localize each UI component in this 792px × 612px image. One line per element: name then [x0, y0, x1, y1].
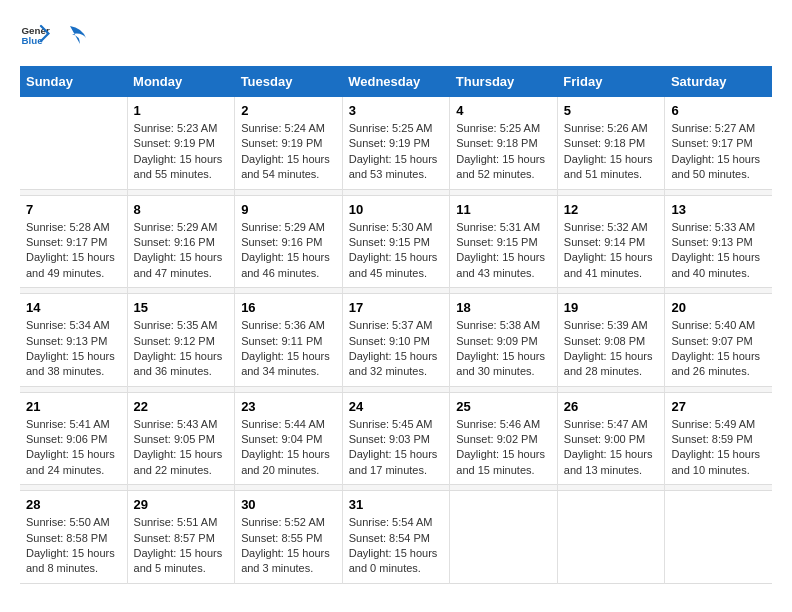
- day-cell: 5Sunrise: 5:26 AMSunset: 9:18 PMDaylight…: [557, 97, 665, 189]
- column-header-saturday: Saturday: [665, 66, 772, 97]
- day-info: Sunrise: 5:25 AMSunset: 9:19 PMDaylight:…: [349, 121, 444, 183]
- logo: General Blue: [20, 20, 92, 50]
- day-cell: 10Sunrise: 5:30 AMSunset: 9:15 PMDayligh…: [342, 195, 450, 288]
- day-info: Sunrise: 5:44 AMSunset: 9:04 PMDaylight:…: [241, 417, 336, 479]
- day-cell: 25Sunrise: 5:46 AMSunset: 9:02 PMDayligh…: [450, 392, 558, 485]
- day-number: 7: [26, 202, 121, 217]
- day-info: Sunrise: 5:54 AMSunset: 8:54 PMDaylight:…: [349, 515, 444, 577]
- week-row-4: 28Sunrise: 5:50 AMSunset: 8:58 PMDayligh…: [20, 491, 772, 584]
- day-info: Sunrise: 5:23 AMSunset: 9:19 PMDaylight:…: [134, 121, 229, 183]
- day-number: 25: [456, 399, 551, 414]
- day-info: Sunrise: 5:28 AMSunset: 9:17 PMDaylight:…: [26, 220, 121, 282]
- day-info: Sunrise: 5:37 AMSunset: 9:10 PMDaylight:…: [349, 318, 444, 380]
- day-number: 16: [241, 300, 336, 315]
- day-cell: 1Sunrise: 5:23 AMSunset: 9:19 PMDaylight…: [127, 97, 235, 189]
- day-cell: 31Sunrise: 5:54 AMSunset: 8:54 PMDayligh…: [342, 491, 450, 584]
- day-number: 31: [349, 497, 444, 512]
- column-header-wednesday: Wednesday: [342, 66, 450, 97]
- day-cell: [20, 97, 127, 189]
- day-number: 24: [349, 399, 444, 414]
- day-number: 2: [241, 103, 336, 118]
- day-number: 27: [671, 399, 766, 414]
- day-info: Sunrise: 5:26 AMSunset: 9:18 PMDaylight:…: [564, 121, 659, 183]
- day-info: Sunrise: 5:45 AMSunset: 9:03 PMDaylight:…: [349, 417, 444, 479]
- day-info: Sunrise: 5:27 AMSunset: 9:17 PMDaylight:…: [671, 121, 766, 183]
- day-info: Sunrise: 5:51 AMSunset: 8:57 PMDaylight:…: [134, 515, 229, 577]
- week-row-0: 1Sunrise: 5:23 AMSunset: 9:19 PMDaylight…: [20, 97, 772, 189]
- day-cell: 6Sunrise: 5:27 AMSunset: 9:17 PMDaylight…: [665, 97, 772, 189]
- day-number: 14: [26, 300, 121, 315]
- day-number: 28: [26, 497, 121, 512]
- day-info: Sunrise: 5:35 AMSunset: 9:12 PMDaylight:…: [134, 318, 229, 380]
- day-cell: [557, 491, 665, 584]
- svg-text:Blue: Blue: [22, 35, 44, 46]
- day-number: 6: [671, 103, 766, 118]
- day-info: Sunrise: 5:33 AMSunset: 9:13 PMDaylight:…: [671, 220, 766, 282]
- day-number: 11: [456, 202, 551, 217]
- week-row-1: 7Sunrise: 5:28 AMSunset: 9:17 PMDaylight…: [20, 195, 772, 288]
- day-number: 17: [349, 300, 444, 315]
- day-info: Sunrise: 5:41 AMSunset: 9:06 PMDaylight:…: [26, 417, 121, 479]
- column-header-thursday: Thursday: [450, 66, 558, 97]
- day-number: 12: [564, 202, 659, 217]
- day-cell: 21Sunrise: 5:41 AMSunset: 9:06 PMDayligh…: [20, 392, 127, 485]
- day-cell: 17Sunrise: 5:37 AMSunset: 9:10 PMDayligh…: [342, 294, 450, 387]
- day-cell: 26Sunrise: 5:47 AMSunset: 9:00 PMDayligh…: [557, 392, 665, 485]
- day-info: Sunrise: 5:25 AMSunset: 9:18 PMDaylight:…: [456, 121, 551, 183]
- day-cell: 9Sunrise: 5:29 AMSunset: 9:16 PMDaylight…: [235, 195, 343, 288]
- day-number: 19: [564, 300, 659, 315]
- day-cell: 15Sunrise: 5:35 AMSunset: 9:12 PMDayligh…: [127, 294, 235, 387]
- day-cell: [665, 491, 772, 584]
- day-number: 1: [134, 103, 229, 118]
- day-cell: 22Sunrise: 5:43 AMSunset: 9:05 PMDayligh…: [127, 392, 235, 485]
- day-cell: 19Sunrise: 5:39 AMSunset: 9:08 PMDayligh…: [557, 294, 665, 387]
- logo-arrow-icon: [62, 20, 92, 50]
- day-cell: 2Sunrise: 5:24 AMSunset: 9:19 PMDaylight…: [235, 97, 343, 189]
- day-cell: 7Sunrise: 5:28 AMSunset: 9:17 PMDaylight…: [20, 195, 127, 288]
- day-cell: 27Sunrise: 5:49 AMSunset: 8:59 PMDayligh…: [665, 392, 772, 485]
- day-info: Sunrise: 5:36 AMSunset: 9:11 PMDaylight:…: [241, 318, 336, 380]
- day-cell: 3Sunrise: 5:25 AMSunset: 9:19 PMDaylight…: [342, 97, 450, 189]
- day-info: Sunrise: 5:46 AMSunset: 9:02 PMDaylight:…: [456, 417, 551, 479]
- day-number: 5: [564, 103, 659, 118]
- day-number: 18: [456, 300, 551, 315]
- day-number: 10: [349, 202, 444, 217]
- day-info: Sunrise: 5:29 AMSunset: 9:16 PMDaylight:…: [134, 220, 229, 282]
- day-cell: 20Sunrise: 5:40 AMSunset: 9:07 PMDayligh…: [665, 294, 772, 387]
- calendar-table: SundayMondayTuesdayWednesdayThursdayFrid…: [20, 66, 772, 584]
- day-info: Sunrise: 5:43 AMSunset: 9:05 PMDaylight:…: [134, 417, 229, 479]
- day-number: 9: [241, 202, 336, 217]
- day-cell: 14Sunrise: 5:34 AMSunset: 9:13 PMDayligh…: [20, 294, 127, 387]
- day-cell: 30Sunrise: 5:52 AMSunset: 8:55 PMDayligh…: [235, 491, 343, 584]
- day-number: 23: [241, 399, 336, 414]
- day-info: Sunrise: 5:34 AMSunset: 9:13 PMDaylight:…: [26, 318, 121, 380]
- column-header-friday: Friday: [557, 66, 665, 97]
- day-info: Sunrise: 5:49 AMSunset: 8:59 PMDaylight:…: [671, 417, 766, 479]
- day-number: 13: [671, 202, 766, 217]
- day-cell: 8Sunrise: 5:29 AMSunset: 9:16 PMDaylight…: [127, 195, 235, 288]
- day-number: 26: [564, 399, 659, 414]
- day-cell: 16Sunrise: 5:36 AMSunset: 9:11 PMDayligh…: [235, 294, 343, 387]
- day-info: Sunrise: 5:24 AMSunset: 9:19 PMDaylight:…: [241, 121, 336, 183]
- day-cell: 24Sunrise: 5:45 AMSunset: 9:03 PMDayligh…: [342, 392, 450, 485]
- day-cell: 13Sunrise: 5:33 AMSunset: 9:13 PMDayligh…: [665, 195, 772, 288]
- day-number: 29: [134, 497, 229, 512]
- day-cell: 12Sunrise: 5:32 AMSunset: 9:14 PMDayligh…: [557, 195, 665, 288]
- day-cell: 23Sunrise: 5:44 AMSunset: 9:04 PMDayligh…: [235, 392, 343, 485]
- logo-icon: General Blue: [20, 20, 50, 50]
- header: General Blue: [20, 20, 772, 50]
- day-info: Sunrise: 5:31 AMSunset: 9:15 PMDaylight:…: [456, 220, 551, 282]
- day-cell: 18Sunrise: 5:38 AMSunset: 9:09 PMDayligh…: [450, 294, 558, 387]
- day-info: Sunrise: 5:38 AMSunset: 9:09 PMDaylight:…: [456, 318, 551, 380]
- day-info: Sunrise: 5:40 AMSunset: 9:07 PMDaylight:…: [671, 318, 766, 380]
- day-number: 8: [134, 202, 229, 217]
- day-info: Sunrise: 5:32 AMSunset: 9:14 PMDaylight:…: [564, 220, 659, 282]
- day-number: 21: [26, 399, 121, 414]
- day-number: 15: [134, 300, 229, 315]
- day-info: Sunrise: 5:52 AMSunset: 8:55 PMDaylight:…: [241, 515, 336, 577]
- day-info: Sunrise: 5:50 AMSunset: 8:58 PMDaylight:…: [26, 515, 121, 577]
- week-row-2: 14Sunrise: 5:34 AMSunset: 9:13 PMDayligh…: [20, 294, 772, 387]
- day-number: 4: [456, 103, 551, 118]
- day-cell: 4Sunrise: 5:25 AMSunset: 9:18 PMDaylight…: [450, 97, 558, 189]
- week-row-3: 21Sunrise: 5:41 AMSunset: 9:06 PMDayligh…: [20, 392, 772, 485]
